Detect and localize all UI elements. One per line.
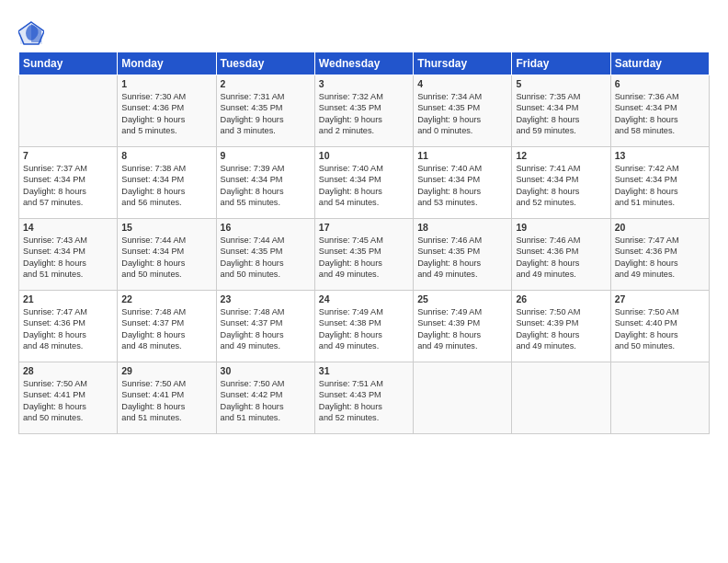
calendar-cell: 18Sunrise: 7:46 AM Sunset: 4:35 PM Dayli… [414,219,512,291]
day-info: Sunrise: 7:32 AM Sunset: 4:35 PM Dayligh… [319,91,409,137]
calendar-cell: 26Sunrise: 7:50 AM Sunset: 4:39 PM Dayli… [512,291,610,362]
calendar-cell: 11Sunrise: 7:40 AM Sunset: 4:34 PM Dayli… [414,147,512,219]
day-info: Sunrise: 7:50 AM Sunset: 4:42 PM Dayligh… [221,378,311,424]
calendar-cell: 7Sunrise: 7:37 AM Sunset: 4:34 PM Daylig… [19,147,118,219]
header-day-sunday: Sunday [19,52,118,75]
day-info: Sunrise: 7:49 AM Sunset: 4:38 PM Dayligh… [319,306,409,352]
calendar-cell: 4Sunrise: 7:34 AM Sunset: 4:35 PM Daylig… [414,75,512,147]
day-number: 9 [221,150,311,161]
day-number: 6 [615,78,705,89]
calendar-cell: 22Sunrise: 7:48 AM Sunset: 4:37 PM Dayli… [118,291,216,362]
day-number: 1 [121,78,211,89]
calendar-cell: 19Sunrise: 7:46 AM Sunset: 4:36 PM Dayli… [512,219,610,291]
day-number: 20 [615,222,705,233]
day-info: Sunrise: 7:46 AM Sunset: 4:35 PM Dayligh… [417,235,507,281]
calendar-cell: 23Sunrise: 7:48 AM Sunset: 4:37 PM Dayli… [216,291,314,362]
calendar-cell: 13Sunrise: 7:42 AM Sunset: 4:34 PM Dayli… [610,147,709,219]
calendar-cell: 2Sunrise: 7:31 AM Sunset: 4:35 PM Daylig… [216,75,314,147]
day-info: Sunrise: 7:30 AM Sunset: 4:36 PM Dayligh… [121,91,211,137]
calendar-cell: 20Sunrise: 7:47 AM Sunset: 4:36 PM Dayli… [610,219,709,291]
day-info: Sunrise: 7:46 AM Sunset: 4:36 PM Dayligh… [516,235,606,281]
calendar-cell [414,362,512,434]
day-info: Sunrise: 7:47 AM Sunset: 4:36 PM Dayligh… [23,306,113,352]
day-number: 18 [417,222,507,233]
week-row-2: 7Sunrise: 7:37 AM Sunset: 4:34 PM Daylig… [19,147,710,219]
day-number: 4 [417,78,507,89]
day-info: Sunrise: 7:50 AM Sunset: 4:41 PM Dayligh… [23,378,113,424]
day-info: Sunrise: 7:42 AM Sunset: 4:34 PM Dayligh… [615,163,705,209]
day-number: 7 [23,150,113,161]
calendar-cell: 9Sunrise: 7:39 AM Sunset: 4:34 PM Daylig… [216,147,314,219]
logo [18,20,48,46]
calendar-cell: 16Sunrise: 7:44 AM Sunset: 4:35 PM Dayli… [216,219,314,291]
header-day-tuesday: Tuesday [216,52,314,75]
day-info: Sunrise: 7:38 AM Sunset: 4:34 PM Dayligh… [121,163,211,209]
day-number: 23 [221,293,311,304]
week-row-5: 28Sunrise: 7:50 AM Sunset: 4:41 PM Dayli… [19,362,710,434]
calendar-cell: 6Sunrise: 7:36 AM Sunset: 4:34 PM Daylig… [610,75,709,147]
calendar-cell: 25Sunrise: 7:49 AM Sunset: 4:39 PM Dayli… [414,291,512,362]
week-row-1: 1Sunrise: 7:30 AM Sunset: 4:36 PM Daylig… [19,75,710,147]
calendar-cell: 27Sunrise: 7:50 AM Sunset: 4:40 PM Dayli… [610,291,709,362]
day-number: 21 [23,293,113,304]
calendar-cell: 8Sunrise: 7:38 AM Sunset: 4:34 PM Daylig… [118,147,216,219]
day-number: 17 [319,222,409,233]
header-day-wednesday: Wednesday [314,52,413,75]
day-info: Sunrise: 7:35 AM Sunset: 4:34 PM Dayligh… [516,91,606,137]
day-number: 12 [516,150,606,161]
day-number: 2 [221,78,311,89]
day-info: Sunrise: 7:40 AM Sunset: 4:34 PM Dayligh… [319,163,409,209]
calendar-cell: 14Sunrise: 7:43 AM Sunset: 4:34 PM Dayli… [19,219,118,291]
day-info: Sunrise: 7:50 AM Sunset: 4:39 PM Dayligh… [516,306,606,352]
calendar-cell: 5Sunrise: 7:35 AM Sunset: 4:34 PM Daylig… [512,75,610,147]
day-info: Sunrise: 7:39 AM Sunset: 4:34 PM Dayligh… [221,163,311,209]
day-number: 22 [121,293,211,304]
day-info: Sunrise: 7:48 AM Sunset: 4:37 PM Dayligh… [221,306,311,352]
day-number: 5 [516,78,606,89]
day-info: Sunrise: 7:34 AM Sunset: 4:35 PM Dayligh… [417,91,507,137]
calendar-cell [19,75,118,147]
day-info: Sunrise: 7:45 AM Sunset: 4:35 PM Dayligh… [319,235,409,281]
calendar-cell: 28Sunrise: 7:50 AM Sunset: 4:41 PM Dayli… [19,362,118,434]
calendar-cell: 29Sunrise: 7:50 AM Sunset: 4:41 PM Dayli… [118,362,216,434]
day-number: 19 [516,222,606,233]
header-day-thursday: Thursday [414,52,512,75]
calendar-cell: 15Sunrise: 7:44 AM Sunset: 4:34 PM Dayli… [118,219,216,291]
day-number: 15 [121,222,211,233]
calendar-cell: 24Sunrise: 7:49 AM Sunset: 4:38 PM Dayli… [314,291,413,362]
header-day-monday: Monday [118,52,216,75]
header [18,17,710,46]
day-number: 27 [615,293,705,304]
day-info: Sunrise: 7:49 AM Sunset: 4:39 PM Dayligh… [417,306,507,352]
day-info: Sunrise: 7:44 AM Sunset: 4:34 PM Dayligh… [121,235,211,281]
day-number: 11 [417,150,507,161]
week-row-4: 21Sunrise: 7:47 AM Sunset: 4:36 PM Dayli… [19,291,710,362]
day-number: 8 [121,150,211,161]
day-info: Sunrise: 7:50 AM Sunset: 4:40 PM Dayligh… [615,306,705,352]
day-number: 3 [319,78,409,89]
day-info: Sunrise: 7:44 AM Sunset: 4:35 PM Dayligh… [221,235,311,281]
day-info: Sunrise: 7:37 AM Sunset: 4:34 PM Dayligh… [23,163,113,209]
page: SundayMondayTuesdayWednesdayThursdayFrid… [0,0,728,563]
day-number: 26 [516,293,606,304]
header-row: SundayMondayTuesdayWednesdayThursdayFrid… [19,52,710,75]
calendar-cell [512,362,610,434]
day-number: 29 [121,365,211,376]
day-info: Sunrise: 7:47 AM Sunset: 4:36 PM Dayligh… [615,235,705,281]
day-info: Sunrise: 7:31 AM Sunset: 4:35 PM Dayligh… [221,91,311,137]
day-info: Sunrise: 7:51 AM Sunset: 4:43 PM Dayligh… [319,378,409,424]
calendar-table: SundayMondayTuesdayWednesdayThursdayFrid… [18,52,710,434]
day-info: Sunrise: 7:40 AM Sunset: 4:34 PM Dayligh… [417,163,507,209]
day-info: Sunrise: 7:43 AM Sunset: 4:34 PM Dayligh… [23,235,113,281]
day-number: 25 [417,293,507,304]
day-info: Sunrise: 7:50 AM Sunset: 4:41 PM Dayligh… [121,378,211,424]
logo-icon [18,20,44,46]
calendar-cell: 17Sunrise: 7:45 AM Sunset: 4:35 PM Dayli… [314,219,413,291]
day-number: 10 [319,150,409,161]
day-number: 24 [319,293,409,304]
header-day-friday: Friday [512,52,610,75]
day-number: 13 [615,150,705,161]
calendar-cell: 31Sunrise: 7:51 AM Sunset: 4:43 PM Dayli… [314,362,413,434]
calendar-cell: 3Sunrise: 7:32 AM Sunset: 4:35 PM Daylig… [314,75,413,147]
day-number: 14 [23,222,113,233]
